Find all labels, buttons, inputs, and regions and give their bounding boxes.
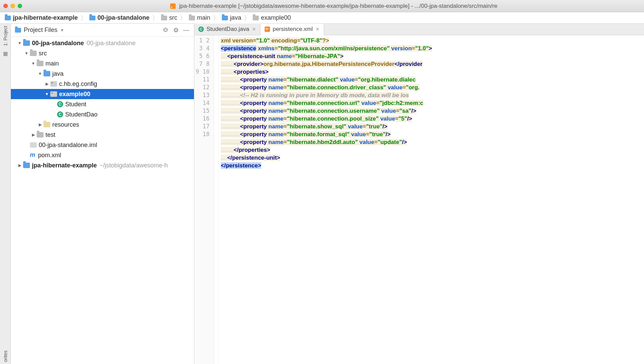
tree-node[interactable]: ▶c.hb.eg.config <box>11 79 194 89</box>
expand-arrow-icon[interactable]: ▼ <box>24 51 29 56</box>
editor-tab[interactable]: StudentDao.java✕ <box>194 23 261 35</box>
tree-node[interactable]: Student <box>11 99 194 109</box>
code-editor[interactable]: xml version="1.0" encoding="UTF-8"?> <pe… <box>219 35 644 364</box>
chevron-down-icon: ▼ <box>60 28 64 33</box>
project-tree[interactable]: ▼00-jpa-standalone00-jpa-standalone▼src▼… <box>11 37 194 364</box>
folder-blue-icon <box>43 71 50 76</box>
tree-node-label: c.hb.eg.config <box>59 80 97 88</box>
folder-icon <box>89 16 95 20</box>
tree-node-label: 00-jpa-standalone.iml <box>39 142 97 149</box>
breadcrumb-separator-icon: 〉 <box>80 14 87 22</box>
scroll-from-source-button[interactable]: ⯐ <box>162 26 169 34</box>
folder-blue-icon <box>23 163 30 168</box>
tree-node-label: resources <box>52 121 79 128</box>
tree-node[interactable]: ▶jpa-hibernate-example~/jstobigdata/awes… <box>11 160 194 170</box>
folder-gray-icon <box>37 132 43 138</box>
breadcrumb-item[interactable]: main <box>189 14 210 21</box>
editor-tabs: StudentDao.java✕persistence.xml✕ <box>194 24 644 35</box>
editor-tab[interactable]: persistence.xml✕ <box>261 24 324 35</box>
tree-node[interactable]: StudentDao <box>11 109 194 120</box>
close-tab-button[interactable]: ✕ <box>252 26 256 32</box>
project-view-selector[interactable]: Project Files <box>24 26 57 34</box>
expand-arrow-icon[interactable]: ▶ <box>44 81 50 86</box>
tree-node[interactable]: ▼example00 <box>11 89 194 99</box>
ide-window: jpa-hibernate-example [~/jstobigdata/awe… <box>0 0 644 364</box>
tree-node-label: main <box>46 60 59 67</box>
close-tab-button[interactable]: ✕ <box>316 26 320 32</box>
xml-file-icon <box>265 26 270 32</box>
expand-arrow-icon[interactable]: ▶ <box>31 132 36 137</box>
tree-node-label: test <box>46 131 55 139</box>
breadcrumb-item[interactable]: jpa-hibernate-example <box>5 14 78 21</box>
tree-node-label: jpa-hibernate-example <box>32 162 97 169</box>
tree-node[interactable]: 00-jpa-standalone.iml <box>11 140 194 150</box>
tree-node[interactable]: mpom.xml <box>11 150 194 160</box>
breadcrumb-label: example00 <box>261 14 291 21</box>
class-c-icon <box>57 101 63 107</box>
class-c-icon <box>57 111 63 117</box>
minimize-window-button[interactable] <box>11 4 15 8</box>
breadcrumb-label: java <box>230 14 241 21</box>
left-tool-strip: 1: Project ▦ orites <box>0 24 11 364</box>
folder-gray-icon <box>30 51 37 56</box>
expand-arrow-icon[interactable]: ▶ <box>17 163 22 168</box>
expand-arrow-icon[interactable]: ▼ <box>31 61 36 66</box>
panel-minimize-button[interactable]: — <box>182 26 190 34</box>
favorites-tool-button[interactable]: orites <box>3 350 8 362</box>
folder-icon <box>15 28 21 33</box>
line-number-gutter[interactable]: 1 2 3 4 5 6 7 8 9 10 11 12 13 14 15 16 1… <box>194 35 214 364</box>
panel-settings-button[interactable]: ⚙ <box>172 26 180 34</box>
tree-node[interactable]: ▼src <box>11 48 194 58</box>
tab-label: StudentDao.java <box>207 26 249 33</box>
tree-node-label: java <box>52 70 64 77</box>
project-panel-header: Project Files ▼ ⯐ ⚙ — <box>11 24 194 37</box>
expand-arrow-icon[interactable]: ▼ <box>44 92 50 96</box>
folder-blue-icon <box>23 40 30 46</box>
editor-area: StudentDao.java✕persistence.xml✕ 1 2 3 4… <box>194 24 644 364</box>
breadcrumb-separator-icon: 〉 <box>180 14 186 22</box>
breadcrumb-label: 00-jpa-standalone <box>97 14 149 21</box>
expand-arrow-icon[interactable]: ▼ <box>17 41 22 46</box>
breadcrumb-item[interactable]: java <box>222 14 241 21</box>
breadcrumb-item[interactable]: src <box>161 14 177 21</box>
project-panel: Project Files ▼ ⯐ ⚙ — ▼00-jpa-standalone… <box>11 24 194 364</box>
breadcrumb-separator-icon: 〉 <box>152 14 158 22</box>
strip-glyph-icon: ▦ <box>3 51 8 57</box>
tree-node[interactable]: ▶test <box>11 130 194 140</box>
tree-node-label: Student <box>65 101 86 108</box>
window-title-text: jpa-hibernate-example [~/jstobigdata/awe… <box>179 3 497 9</box>
pkg-icon <box>50 81 57 87</box>
breadcrumb-separator-icon: 〉 <box>244 14 250 22</box>
breadcrumb-item[interactable]: example00 <box>253 14 291 21</box>
tree-node[interactable]: ▶resources <box>11 120 194 130</box>
close-window-button[interactable] <box>3 4 8 8</box>
project-tool-button[interactable]: 1: Project <box>3 26 8 46</box>
window-title: jpa-hibernate-example [~/jstobigdata/awe… <box>27 3 641 10</box>
maven-icon: m <box>30 152 36 158</box>
folder-icon <box>253 16 259 20</box>
folder-icon <box>222 16 228 20</box>
res-icon <box>43 122 50 127</box>
zoom-window-button[interactable] <box>18 4 22 8</box>
title-bar: jpa-hibernate-example [~/jstobigdata/awe… <box>0 0 644 12</box>
tree-node-label: example00 <box>59 91 90 98</box>
editor-body: 1 2 3 4 5 6 7 8 9 10 11 12 13 14 15 16 1… <box>194 35 644 364</box>
breadcrumb: jpa-hibernate-example〉00-jpa-standalone〉… <box>0 12 644 24</box>
rss-icon <box>170 3 176 9</box>
tree-node-label: src <box>39 50 47 57</box>
expand-arrow-icon[interactable]: ▶ <box>37 122 43 127</box>
fold-strip[interactable] <box>214 35 219 364</box>
tree-node[interactable]: ▼java <box>11 69 194 79</box>
expand-arrow-icon[interactable]: ▼ <box>37 71 43 76</box>
folder-icon <box>161 16 167 20</box>
iml-icon <box>30 142 37 148</box>
breadcrumb-item[interactable]: 00-jpa-standalone <box>89 14 149 21</box>
tree-node[interactable]: ▼main <box>11 58 194 69</box>
folder-gray-icon <box>37 61 43 66</box>
breadcrumb-label: src <box>169 14 177 21</box>
tree-node-label: pom.xml <box>38 152 61 159</box>
breadcrumb-separator-icon: 〉 <box>213 14 219 22</box>
tree-node-secondary: ~/jstobigdata/awesome-h <box>100 162 168 169</box>
breadcrumb-label: main <box>197 14 210 21</box>
tree-node[interactable]: ▼00-jpa-standalone00-jpa-standalone <box>11 38 194 48</box>
